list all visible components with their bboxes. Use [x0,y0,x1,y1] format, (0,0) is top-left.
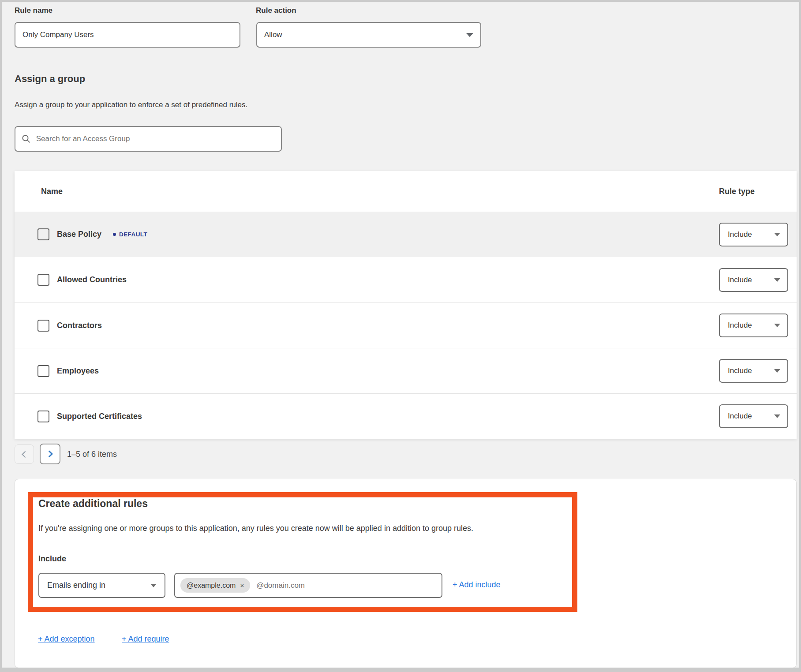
row-checkbox[interactable] [37,365,49,377]
condition-value: Emails ending in [47,581,105,590]
group-name: Employees [57,366,99,376]
group-name: Supported Certificates [57,412,142,421]
row-checkbox[interactable] [37,274,49,286]
chevron-down-icon [466,33,473,37]
pagination-next-button[interactable] [40,444,60,464]
default-badge: DEFAULT [113,231,147,238]
chevron-down-icon [774,233,780,236]
rule-name-input[interactable] [22,23,232,47]
rule-type-value: Include [728,230,752,239]
access-group-search[interactable] [15,126,282,152]
group-name: Base Policy [57,230,101,239]
pagination-range: 1–5 of 6 items [67,450,117,459]
table-row: Allowed Countries Include [15,257,797,302]
rule-type-value: Include [728,412,752,421]
table-row: Employees Include [15,348,797,393]
chevron-left-icon [22,451,29,458]
row-checkbox[interactable] [37,411,49,422]
assign-group-heading: Assign a group [15,73,85,85]
rule-name-field[interactable] [15,22,240,48]
chevron-down-icon [774,278,780,282]
access-group-search-input[interactable] [36,127,275,151]
group-name: Contractors [57,321,102,330]
search-icon [22,134,31,144]
chevron-down-icon [774,369,780,373]
rule-type-value: Include [728,276,752,284]
rule-type-dropdown[interactable]: Include [719,404,788,428]
badge-dot-icon [113,233,116,236]
pagination-prev-button[interactable] [15,444,34,464]
table-row: Base Policy DEFAULT Include [15,212,797,257]
email-tag-input[interactable]: @example.com × [174,573,442,598]
group-name: Allowed Countries [57,275,127,284]
add-include-link[interactable]: + Add include [453,580,501,590]
table-header-rule-type: Rule type [719,187,755,196]
create-additional-rules-heading: Create additional rules [38,498,148,510]
additional-rules-card: Create additional rules If you're assign… [15,479,797,668]
email-tag: @example.com × [180,578,250,593]
chevron-down-icon [774,324,780,327]
condition-select[interactable]: Emails ending in [38,573,165,598]
groups-table: Name Rule type Base Policy DEFAULT Inclu… [15,171,797,439]
table-row: Supported Certificates Include [15,393,797,439]
rule-type-dropdown[interactable]: Include [719,268,788,292]
domain-input[interactable] [256,574,436,597]
table-row: Contractors Include [15,302,797,348]
chevron-down-icon [774,414,780,418]
rule-action-label: Rule action [256,6,296,15]
add-exception-link[interactable]: + Add exception [38,635,95,644]
rule-type-value: Include [728,366,752,375]
include-label: Include [38,554,66,564]
chevron-down-icon [150,584,157,587]
table-header-name: Name [41,187,63,196]
rule-type-dropdown[interactable]: Include [719,359,788,383]
chevron-right-icon [46,451,53,458]
rule-action-value: Allow [264,30,282,39]
row-checkbox[interactable] [37,320,49,332]
remove-tag-icon[interactable]: × [240,582,244,589]
row-checkbox[interactable] [37,228,49,240]
rule-type-dropdown[interactable]: Include [719,314,788,337]
rule-name-label: Rule name [15,6,52,15]
rule-action-select[interactable]: Allow [256,22,481,48]
additional-rules-description: If you're assigning one or more groups t… [38,524,550,533]
email-tag-label: @example.com [187,582,236,590]
assign-group-description: Assign a group to your application to en… [15,101,247,109]
table-header-row: Name Rule type [15,171,797,212]
default-badge-label: DEFAULT [119,231,147,238]
add-require-link[interactable]: + Add require [122,635,169,644]
rule-type-value: Include [728,321,752,330]
rule-type-dropdown[interactable]: Include [719,223,788,246]
